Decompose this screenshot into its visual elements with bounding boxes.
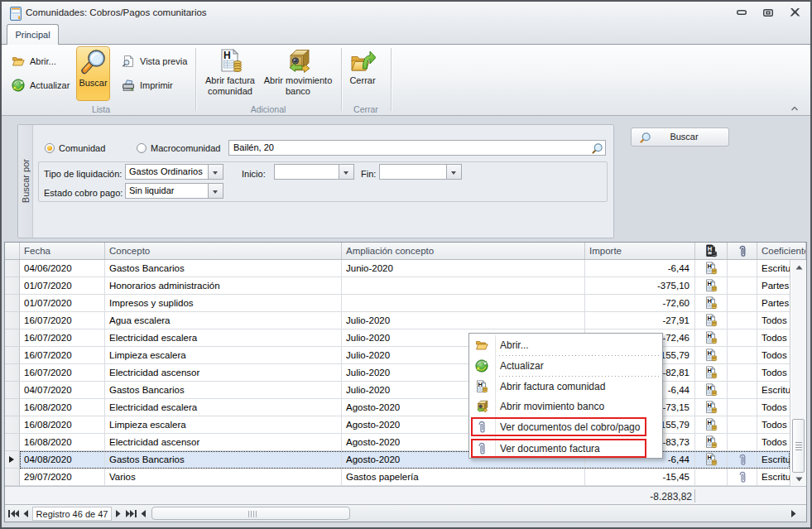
cell-importe: -27,91: [585, 312, 695, 329]
cell-coeficiente: Todos mismo: [757, 416, 790, 434]
menu-item-label: Ver documento factura: [500, 443, 600, 454]
header-concepto[interactable]: Concepto: [105, 243, 342, 259]
scroll-left-arrow-icon[interactable]: [141, 507, 146, 520]
cell-coeficiente: Escritura: [757, 260, 790, 277]
invoice-document-icon[interactable]: H: [704, 383, 718, 397]
invoice-document-icon[interactable]: H: [704, 453, 718, 466]
maximize-button[interactable]: [757, 2, 779, 23]
table-row[interactable]: 16/08/2020Limpieza escaleraAgosto-2020-1…: [5, 416, 790, 434]
imprimir-label: Imprimir: [140, 80, 173, 90]
close-button[interactable]: [784, 2, 805, 23]
table-row[interactable]: 04/06/2020Gastos BancariosJunio-2020-6,4…: [5, 260, 790, 277]
cell-factura-icon: [695, 469, 728, 486]
menu-item-abrir-factura-comunidad[interactable]: H Abrir factura comunidad: [469, 377, 662, 397]
menu-item-abrir-movimiento-banco[interactable]: Abrir movimiento banco: [469, 397, 662, 416]
radio-comunidad-circle[interactable]: [45, 143, 55, 153]
paperclip-icon[interactable]: [738, 471, 747, 483]
invoice-document-icon[interactable]: H: [704, 262, 718, 275]
scroll-down-arrow-icon[interactable]: [791, 472, 806, 486]
chevron-down-icon[interactable]: [208, 165, 223, 179]
header-fecha[interactable]: Fecha: [20, 243, 105, 259]
abrir-factura-label-1: Abrir factura: [199, 76, 262, 85]
collapse-ribbon-chevron-icon[interactable]: [789, 102, 800, 112]
svg-text:H: H: [708, 419, 712, 426]
chevron-down-icon[interactable]: [446, 165, 461, 179]
header-factura-icon-column[interactable]: H: [695, 243, 728, 259]
chevron-down-icon[interactable]: [208, 184, 223, 198]
menu-item-ver-documentos-del-cobro-pago[interactable]: Ver documentos del cobro/pago: [469, 416, 662, 438]
invoice-document-icon[interactable]: H: [704, 314, 718, 327]
invoice-document-icon[interactable]: H: [704, 401, 718, 414]
radio-macrocomunidad-circle[interactable]: [137, 143, 147, 153]
abrir-factura-comunidad-button[interactable]: H Abrir factura comunidad: [199, 46, 262, 101]
cell-documents-icon: [728, 451, 757, 469]
paperclip-icon[interactable]: [738, 454, 747, 466]
inicio-combobox[interactable]: [274, 164, 354, 180]
table-row[interactable]: 16/08/2020Electricidad escaleraAgosto-20…: [5, 399, 790, 416]
buscar-ribbon-button[interactable]: Buscar: [76, 46, 110, 101]
actualizar-button[interactable]: Actualizar: [12, 77, 70, 94]
table-row[interactable]: 16/07/2020Electricidad ascensorJulio-202…: [5, 364, 790, 382]
table-row[interactable]: 04/08/2020Gastos BancariosAgosto-2020-6,…: [5, 451, 790, 469]
minimize-button[interactable]: [731, 2, 752, 23]
tab-principal[interactable]: Principal: [7, 24, 59, 45]
cell-coeficiente: Partes: [757, 277, 790, 295]
group-label-cerrar: Cerrar: [341, 104, 391, 115]
horizontal-scrollbar-thumb[interactable]: [151, 507, 350, 520]
invoice-document-icon[interactable]: H: [704, 296, 718, 310]
tipo-liquidacion-label: Tipo de liquidación:: [44, 169, 122, 179]
menu-item-ver-documento-factura[interactable]: Ver documento factura: [469, 438, 662, 459]
abrir-button[interactable]: Abrir...: [12, 53, 56, 70]
invoice-document-icon[interactable]: H: [704, 279, 718, 292]
invoice-document-icon[interactable]: H: [704, 331, 718, 344]
last-record-button[interactable]: [126, 507, 137, 520]
fin-combobox[interactable]: [379, 164, 462, 180]
svg-text:H: H: [478, 381, 483, 388]
community-search-input[interactable]: Bailén, 20: [228, 140, 606, 156]
current-row-arrow-icon: [9, 456, 14, 463]
radio-comunidad[interactable]: Comunidad: [45, 143, 105, 153]
header-ampliacion[interactable]: Ampliación concepto: [342, 243, 585, 259]
scroll-right-arrow-icon[interactable]: [791, 507, 796, 520]
abrir-movimiento-banco-button[interactable]: Abrir movimiento banco: [262, 46, 334, 101]
estado-cobro-pago-combobox[interactable]: Sin liquidar: [125, 183, 223, 199]
table-row[interactable]: 16/07/2020Electricidad escaleraJulio-202…: [5, 329, 790, 347]
tipo-liquidacion-value: Gastos Ordinarios: [126, 165, 208, 179]
table-row[interactable]: 16/07/2020Limpieza escaleraJulio-2020-15…: [5, 347, 790, 364]
scroll-up-arrow-icon[interactable]: [791, 260, 806, 274]
header-coeficiente[interactable]: Coeficiente: [757, 243, 806, 259]
invoice-document-icon[interactable]: H: [704, 349, 718, 362]
chevron-down-icon[interactable]: [339, 165, 353, 179]
previous-record-button[interactable]: [23, 507, 28, 520]
menu-item-abrir[interactable]: Abrir...: [469, 335, 662, 355]
next-record-button[interactable]: [116, 507, 121, 520]
invoice-document-icon[interactable]: H: [704, 435, 718, 449]
radio-macrocomunidad[interactable]: Macrocomunidad: [137, 143, 220, 153]
cell-concepto: Electricidad escalera: [105, 329, 342, 347]
app-calculator-icon: [10, 7, 22, 24]
vista-previa-button[interactable]: Vista previa: [122, 53, 187, 70]
menu-item-actualizar[interactable]: Actualizar: [469, 356, 662, 376]
table-row[interactable]: 16/07/2020Agua escaleraJulio-2020-27,91 …: [5, 312, 790, 329]
first-record-button[interactable]: [8, 507, 19, 520]
imprimir-button[interactable]: Imprimir: [122, 77, 173, 94]
table-row[interactable]: 29/07/2020VariosGastos papelería-15,45 E…: [5, 469, 790, 486]
buscar-por-label: Buscar por: [21, 159, 31, 203]
table-row[interactable]: 16/08/2020Electricidad ascensorAgosto-20…: [5, 434, 790, 451]
tipo-liquidacion-combobox[interactable]: Gastos Ordinarios: [125, 164, 223, 180]
vertical-scrollbar-thumb[interactable]: [792, 419, 805, 473]
buscar-button[interactable]: Buscar: [631, 127, 729, 147]
invoice-document-icon[interactable]: H: [704, 366, 718, 379]
invoice-document-icon[interactable]: H: [704, 418, 718, 431]
table-row[interactable]: 04/07/2020Gastos BancariosJulio-2020-6,4…: [5, 382, 790, 399]
header-indicator[interactable]: [5, 243, 20, 259]
svg-text:H: H: [708, 297, 712, 305]
cerrar-button[interactable]: Cerrar: [343, 46, 382, 101]
group-label-adicional: Adicional: [195, 104, 341, 115]
header-importe[interactable]: Importe: [585, 243, 695, 259]
vertical-scrollbar[interactable]: [791, 260, 806, 486]
table-row[interactable]: 01/07/2020Impresos y suplidos-72,60 H Pa…: [5, 295, 790, 312]
header-documents-icon-column[interactable]: [728, 243, 757, 259]
table-row[interactable]: 01/07/2020Honorarios administración-375,…: [5, 277, 790, 295]
search-icon[interactable]: [591, 142, 603, 156]
